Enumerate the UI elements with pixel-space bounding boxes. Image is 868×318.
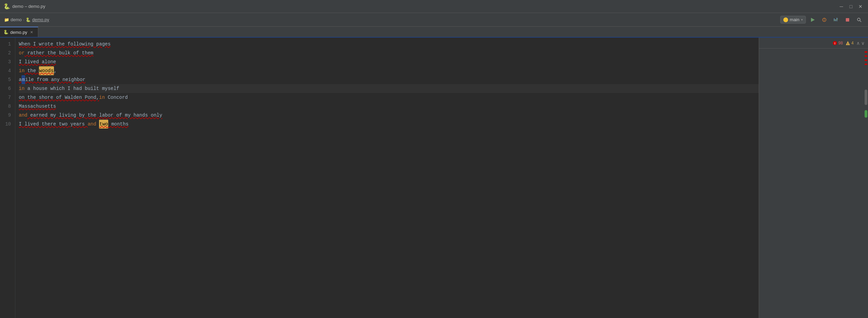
scrollbar-marker-green	[865, 110, 867, 118]
window-title: demo – demo.py	[12, 4, 45, 9]
window-controls: ─ □ ✕	[838, 3, 864, 10]
code-token-highlighted: woods	[39, 66, 54, 75]
error-marker-2	[865, 55, 867, 57]
code-token: a	[19, 75, 22, 84]
code-line-4: in the woods,	[19, 66, 759, 75]
code-token: the	[25, 66, 39, 75]
code-token: I lived there two years	[19, 120, 88, 129]
code-token-highlighted: two	[99, 120, 108, 129]
error-icon: !	[832, 41, 837, 45]
error-bar: ! 98 ! 4 ∧ ∨	[759, 38, 868, 49]
code-token-kw: in	[19, 84, 25, 93]
code-token-highlighted-blue: m	[22, 75, 25, 84]
code-line-5: amile from any neighbor	[19, 75, 759, 84]
prev-error-button[interactable]: ∧	[856, 40, 860, 46]
warning-count: ! 4	[845, 41, 854, 45]
error-marker-3	[865, 59, 867, 61]
right-panel: ! 98 ! 4 ∧ ∨	[759, 38, 868, 318]
tab-label: demo.py	[10, 30, 27, 35]
code-token: ile from any neighbor	[25, 75, 85, 84]
svg-point-8	[857, 18, 860, 21]
code-token: I lived alone	[19, 57, 56, 66]
code-token-kw: and	[88, 120, 96, 129]
run-button[interactable]	[808, 15, 817, 25]
svg-point-2	[824, 18, 825, 19]
maximize-button[interactable]: □	[848, 3, 854, 10]
run-config-selector[interactable]: main ▾	[780, 16, 806, 24]
run-config-label: main	[790, 17, 799, 22]
error-navigation: ∧ ∨	[856, 40, 865, 46]
code-line-8: Massachusetts	[19, 102, 759, 111]
breadcrumb-file[interactable]: demo.py	[32, 17, 49, 22]
tab-demo-py[interactable]: 🐍 demo.py ✕	[0, 27, 38, 37]
code-line-10: I lived there two years and two months	[19, 120, 759, 129]
code-token-kw: or	[19, 49, 25, 57]
code-line-6: in a house which I had built myself	[19, 84, 759, 93]
line-numbers: 1 2 3 4 5 6 7 8 9 10	[0, 38, 15, 318]
svg-rect-7	[846, 18, 849, 22]
svg-line-9	[860, 21, 861, 22]
svg-marker-0	[811, 18, 815, 22]
toolbar: main ▾	[780, 15, 864, 25]
code-token: earned my living by the labor of my hand…	[27, 111, 162, 120]
next-error-button[interactable]: ∨	[861, 40, 865, 46]
code-line-3: I lived alone	[19, 57, 759, 66]
title-bar: 🐍 demo – demo.py ─ □ ✕	[0, 0, 868, 13]
code-token: Concord	[105, 93, 128, 102]
code-line-2: or rather the bulk of them	[19, 49, 759, 57]
line-num-4: 4	[4, 66, 11, 75]
warning-count-text: 4	[851, 41, 854, 45]
project-icon: 📁	[4, 17, 9, 22]
code-token-kw: and	[19, 111, 27, 120]
line-num-1: 1	[4, 40, 11, 49]
run-config-arrow: ▾	[801, 18, 803, 22]
scrollbar-thumb[interactable]	[865, 90, 867, 105]
svg-text:!: !	[834, 42, 835, 45]
main-content: 1 2 3 4 5 6 7 8 9 10 When I wrote the fo…	[0, 38, 868, 318]
stop-button[interactable]	[843, 15, 852, 25]
tab-close-button[interactable]: ✕	[29, 29, 34, 35]
app-icon: 🐍	[4, 4, 10, 9]
close-button[interactable]: ✕	[857, 3, 864, 10]
line-num-10: 10	[4, 120, 11, 129]
line-num-2: 2	[4, 49, 11, 57]
code-token: a house which I had built myself	[25, 84, 119, 93]
code-token-kw: in	[99, 93, 105, 102]
code-area[interactable]: When I wrote the following pages or rath…	[15, 38, 759, 318]
code-line-7: on the shore of Walden Pond,in Concord	[19, 93, 759, 102]
code-token	[96, 120, 99, 129]
line-num-8: 8	[4, 102, 11, 111]
debug-button[interactable]	[820, 15, 829, 25]
line-num-9: 9	[4, 111, 11, 120]
error-count: ! 98	[832, 41, 843, 45]
code-token: on the shore of Walden Pond,	[19, 93, 99, 102]
breadcrumb: 📁 demo › 🐍 demo.py	[4, 17, 49, 22]
error-marker-4	[865, 64, 867, 65]
error-marker-1	[865, 51, 867, 53]
code-token: rather the bulk of them	[25, 49, 94, 57]
code-token-kw: in	[19, 66, 25, 75]
code-line-1: When I wrote the following pages	[19, 40, 759, 49]
run-config-icon	[783, 17, 788, 22]
right-scrollbar-area[interactable]	[759, 49, 868, 318]
line-num-3: 3	[4, 57, 11, 66]
minimize-button[interactable]: ─	[838, 3, 845, 10]
nav-bar: 📁 demo › 🐍 demo.py main ▾	[0, 13, 868, 27]
code-line-9: and earned my living by the labor of my …	[19, 111, 759, 120]
line-num-6: 6	[4, 84, 11, 93]
search-button[interactable]	[854, 15, 864, 25]
error-count-text: 98	[838, 41, 843, 45]
code-token: When I wrote the following pages	[19, 40, 111, 49]
line-num-7: 7	[4, 93, 11, 102]
tab-icon: 🐍	[3, 30, 9, 35]
tab-bar: 🐍 demo.py ✕	[0, 27, 868, 38]
code-token: months	[108, 120, 128, 129]
warning-icon: !	[845, 41, 850, 45]
code-token: ,	[54, 66, 57, 75]
svg-rect-3	[824, 19, 824, 21]
breadcrumb-project[interactable]: demo	[11, 17, 22, 22]
svg-text:!: !	[848, 42, 849, 45]
profile-button[interactable]	[831, 15, 841, 25]
file-icon: 🐍	[26, 17, 31, 22]
editor[interactable]: 1 2 3 4 5 6 7 8 9 10 When I wrote the fo…	[0, 38, 759, 318]
